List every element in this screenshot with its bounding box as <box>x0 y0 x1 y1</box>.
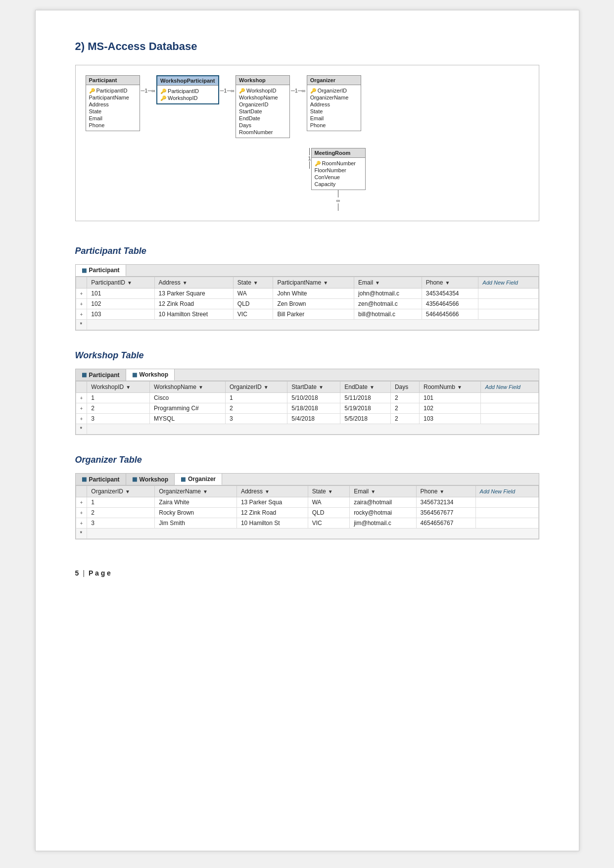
organizer-expand-1[interactable]: + <box>76 508 87 518</box>
workshop-col-name[interactable]: WorkshopName ▼ <box>150 382 226 393</box>
participant-col-state[interactable]: State ▼ <box>233 277 273 289</box>
participant-new-row[interactable]: * <box>76 320 538 330</box>
row-expand-1[interactable]: + <box>76 299 87 309</box>
erd-wp-table: WorkshopParticipant 🔑ParticipantID 🔑Work… <box>156 75 219 104</box>
page-number: 5 <box>75 569 79 577</box>
organizer-row[interactable]: + 1 Zaira White 13 Parker Squa WA zaira@… <box>76 497 538 508</box>
organizer-tab-workshop[interactable]: ▦ Workshop <box>126 474 175 485</box>
participant-row[interactable]: + 103 10 Hamilton Street VIC Bill Parker… <box>76 309 538 320</box>
erd-organizer-title: Organizer <box>307 76 361 85</box>
organizer-row[interactable]: + 2 Rocky Brown 12 Zink Road QLD rocky@h… <box>76 508 538 518</box>
workshop-end-cell: 5/19/2018 <box>340 403 391 414</box>
organizer-expand-2[interactable]: + <box>76 518 87 529</box>
workshop-col-id[interactable]: WorkshopID ▼ <box>87 382 150 393</box>
participant-col-name[interactable]: ParticipantName ▼ <box>273 277 354 289</box>
workshop-row[interactable]: + 2 Programming C# 2 5/18/2018 5/19/2018… <box>76 403 538 414</box>
workshop-col-start[interactable]: StartDate ▼ <box>287 382 340 393</box>
organizer-addnew-cell <box>475 518 538 529</box>
organizer-address-cell: 12 Zink Road <box>236 508 308 518</box>
participant-addnew-cell <box>478 309 538 320</box>
workshop-new-row-cells <box>87 424 538 434</box>
organizer-data-table: OrganizerID ▼ OrganizerName ▼ Address <box>76 485 539 539</box>
participant-col-email[interactable]: Email ▼ <box>354 277 422 289</box>
workshop-end-cell: 5/11/2018 <box>340 393 391 403</box>
workshop-tab-participant[interactable]: ▦ Participant <box>76 369 126 381</box>
workshop-end-cell: 5/5/2018 <box>340 414 391 424</box>
organizer-tab-participant[interactable]: ▦ Participant <box>76 474 126 485</box>
organizer-col-email[interactable]: Email ▼ <box>350 486 416 497</box>
organizer-addnew-cell <box>475 497 538 508</box>
workshop-expand-0[interactable]: + <box>76 393 87 403</box>
organizer-tab-organizer[interactable]: ▦ Organizer <box>175 474 222 485</box>
organizer-col-name[interactable]: OrganizerName ▼ <box>155 486 237 497</box>
participant-col-add-new[interactable]: Add New Field <box>478 277 538 289</box>
workshop-col-end-label: EndDate <box>344 384 368 390</box>
participant-row[interactable]: + 101 13 Parker Square WA John White joh… <box>76 289 538 299</box>
organizer-col-phone-arrow: ▼ <box>439 489 444 494</box>
erd-meetingroom-table: MeetingRoom 🔑RoomNumber FloorNumber ConV… <box>311 148 366 190</box>
organizer-row[interactable]: + 3 Jim Smith 10 Hamilton St VIC jim@hot… <box>76 518 538 529</box>
workshop-col-days[interactable]: Days <box>390 382 419 393</box>
participant-col-state-arrow: ▼ <box>253 280 258 286</box>
participant-col-state-label: State <box>237 279 251 286</box>
organizer-col-add-new[interactable]: Add New Field <box>475 486 538 497</box>
workshop-id-cell: 1 <box>87 393 150 403</box>
workshop-table-wrapper: ▦ Participant ▦ Workshop WorkshopID ▼ <box>75 369 539 435</box>
participant-col-id-arrow: ▼ <box>127 280 132 286</box>
workshop-new-row[interactable]: * <box>76 424 538 434</box>
participant-row[interactable]: + 102 12 Zink Road QLD Zen Brown zen@hot… <box>76 299 538 309</box>
organizer-new-row-cells <box>87 529 538 539</box>
organizer-address-cell: 10 Hamilton St <box>236 518 308 529</box>
participant-col-name-arrow: ▼ <box>323 280 328 286</box>
participant-col-id[interactable]: ParticipantID ▼ <box>87 277 154 289</box>
participant-data-table: ParticipantID ▼ Address ▼ State ▼ <box>76 277 539 330</box>
organizer-id-cell: 1 <box>87 497 155 508</box>
participant-col-id-label: ParticipantID <box>91 279 125 286</box>
organizer-tab-workshop-label: Workshop <box>140 476 168 483</box>
workshop-col-start-label: StartDate <box>291 384 317 390</box>
participant-id-cell: 102 <box>87 299 154 309</box>
workshop-row[interactable]: + 1 Cisco 1 5/10/2018 5/11/2018 2 101 <box>76 393 538 403</box>
workshop-col-room[interactable]: RoomNumb ▼ <box>420 382 481 393</box>
workshop-name-cell: Programming C# <box>150 403 226 414</box>
table-icon-participant: ▦ <box>82 267 87 274</box>
participant-state-cell: VIC <box>233 309 273 320</box>
organizer-col-email-arrow: ▼ <box>371 489 376 494</box>
organizer-new-row[interactable]: * <box>76 529 538 539</box>
participant-phone-cell: 3453454354 <box>422 289 478 299</box>
workshop-col-end[interactable]: EndDate ▼ <box>340 382 391 393</box>
participant-tab-participant[interactable]: ▦ Participant <box>76 265 126 276</box>
workshop-col-selector <box>76 382 87 393</box>
workshop-expand-2[interactable]: + <box>76 414 87 424</box>
organizer-col-phone[interactable]: Phone ▼ <box>416 486 475 497</box>
workshop-row[interactable]: + 3 MYSQL 3 5/4/2018 5/5/2018 2 103 <box>76 414 538 424</box>
participant-col-address[interactable]: Address ▼ <box>154 277 233 289</box>
organizer-col-state-arrow: ▼ <box>328 489 333 494</box>
organizer-col-address-arrow: ▼ <box>265 489 270 494</box>
workshop-col-id-label: WorkshopID <box>91 384 124 390</box>
workshop-col-organizer[interactable]: OrganizerID ▼ <box>226 382 287 393</box>
organizer-tab-row: ▦ Participant ▦ Workshop ▦ Organizer <box>76 474 539 485</box>
row-expand-2[interactable]: + <box>76 309 87 320</box>
organizer-tab-participant-label: Participant <box>89 476 120 483</box>
organizer-name-cell: Jim Smith <box>155 518 237 529</box>
organizer-col-id[interactable]: OrganizerID ▼ <box>87 486 155 497</box>
organizer-col-address[interactable]: Address ▼ <box>236 486 308 497</box>
workshop-days-cell: 2 <box>390 403 419 414</box>
organizer-col-state[interactable]: State ▼ <box>308 486 349 497</box>
organizer-phone-cell: 3564567677 <box>416 508 475 518</box>
participant-email-cell: john@hotmail.c <box>354 289 422 299</box>
organizer-expand-0[interactable]: + <box>76 497 87 508</box>
participant-col-phone[interactable]: Phone ▼ <box>422 277 478 289</box>
row-expand-0[interactable]: + <box>76 289 87 299</box>
erd-wp-body: 🔑ParticipantID 🔑WorkshopID <box>157 86 218 103</box>
workshop-col-add-new[interactable]: Add New Field <box>481 382 538 393</box>
workshop-col-id-arrow: ▼ <box>126 385 131 390</box>
workshop-tab-workshop[interactable]: ▦ Workshop <box>126 369 175 381</box>
workshop-col-organizer-label: OrganizerID <box>230 384 262 390</box>
participant-col-email-label: Email <box>358 279 373 286</box>
workshop-expand-1[interactable]: + <box>76 403 87 414</box>
organizer-tab-organizer-label: Organizer <box>188 476 216 482</box>
workshop-days-cell: 2 <box>390 414 419 424</box>
workshop-col-start-arrow: ▼ <box>319 385 324 390</box>
